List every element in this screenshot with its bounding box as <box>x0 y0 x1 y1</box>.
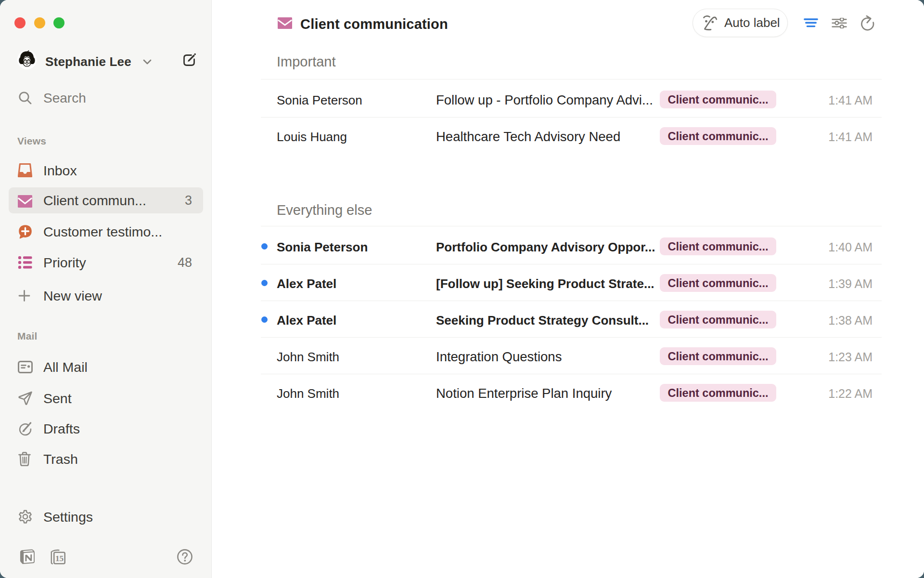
svg-text:15: 15 <box>55 554 64 563</box>
